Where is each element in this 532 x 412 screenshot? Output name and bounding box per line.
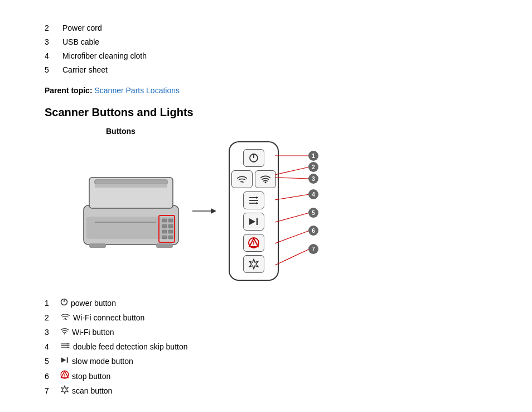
svg-marker-62 bbox=[67, 346, 70, 348]
list-num: 4 bbox=[45, 50, 62, 62]
list-item: 2 Power cord bbox=[45, 22, 487, 34]
power-button-row bbox=[235, 149, 272, 167]
list-num: 2 bbox=[45, 22, 62, 34]
wifi-connect-button bbox=[231, 170, 253, 188]
svg-rect-15 bbox=[168, 236, 173, 239]
svg-text:2: 2 bbox=[312, 164, 315, 170]
list-text: USB cable bbox=[62, 36, 99, 48]
svg-point-34 bbox=[308, 151, 318, 161]
double-feed-button bbox=[243, 191, 264, 209]
stop-icon bbox=[60, 370, 69, 382]
label-text-4: double feed detection skip button bbox=[73, 341, 188, 353]
diagram-area: 1 2 3 4 5 6 bbox=[78, 141, 487, 281]
svg-text:5: 5 bbox=[312, 210, 315, 216]
double-feed-row bbox=[235, 191, 272, 209]
label-item-6: 6 stop button bbox=[45, 370, 487, 382]
svg-marker-26 bbox=[256, 197, 258, 199]
label-num-6: 6 bbox=[45, 371, 60, 382]
label-num-3: 3 bbox=[45, 327, 60, 338]
svg-rect-9 bbox=[168, 219, 173, 222]
svg-point-49 bbox=[308, 226, 318, 236]
intro-list: 2 Power cord 3 USB cable 4 Microfiber cl… bbox=[45, 22, 487, 76]
svg-line-39 bbox=[275, 178, 309, 179]
buttons-label: Buttons bbox=[106, 127, 487, 136]
double-feed-icon bbox=[60, 342, 70, 353]
svg-rect-14 bbox=[162, 236, 167, 239]
scan-button bbox=[243, 255, 264, 273]
svg-line-48 bbox=[275, 231, 309, 243]
list-num: 3 bbox=[45, 36, 62, 48]
svg-point-68 bbox=[64, 376, 65, 377]
parent-topic-link[interactable]: Scanner Parts Locations bbox=[94, 86, 180, 95]
list-text: Power cord bbox=[62, 22, 102, 34]
label-text-6: stop button bbox=[72, 371, 110, 382]
label-num-5: 5 bbox=[45, 356, 60, 367]
scan-button-row bbox=[235, 255, 272, 273]
svg-rect-11 bbox=[168, 224, 173, 228]
list-item: 4 Microfiber cleaning cloth bbox=[45, 50, 487, 62]
svg-rect-12 bbox=[162, 230, 167, 233]
wifi-icon bbox=[60, 327, 69, 338]
svg-rect-8 bbox=[162, 219, 167, 222]
label-text-3: Wi-Fi button bbox=[72, 327, 114, 338]
label-item-5: 5 slow mode button bbox=[45, 356, 487, 367]
label-num-1: 1 bbox=[45, 298, 60, 309]
parent-topic: Parent topic: Scanner Parts Locations bbox=[45, 86, 487, 95]
control-panel-container: 1 2 3 4 5 6 bbox=[223, 141, 279, 281]
parent-topic-label: Parent topic: bbox=[45, 86, 93, 95]
label-item-1: 1 power button bbox=[45, 298, 487, 309]
svg-point-57 bbox=[64, 333, 65, 334]
svg-point-52 bbox=[308, 244, 318, 254]
svg-point-37 bbox=[308, 162, 318, 172]
label-item-4: 4 double feed detection skip button bbox=[45, 341, 487, 353]
svg-rect-6 bbox=[156, 243, 173, 248]
svg-rect-2 bbox=[95, 180, 167, 184]
list-text: Carrier sheet bbox=[62, 64, 108, 76]
svg-point-46 bbox=[308, 208, 318, 218]
section-title: Scanner Buttons and Lights bbox=[45, 106, 487, 119]
scan-icon bbox=[60, 385, 69, 397]
list-item: 5 Carrier sheet bbox=[45, 64, 487, 76]
svg-marker-27 bbox=[256, 202, 258, 204]
wifi-buttons-row bbox=[235, 170, 272, 188]
label-item-7: 7 scan button bbox=[45, 385, 487, 397]
label-item-3: 3 Wi-Fi button bbox=[45, 327, 487, 338]
svg-point-40 bbox=[308, 174, 318, 184]
svg-marker-28 bbox=[249, 218, 255, 225]
svg-text:1: 1 bbox=[312, 153, 315, 159]
svg-marker-63 bbox=[61, 357, 66, 363]
wifi-button bbox=[255, 170, 276, 188]
stop-button bbox=[243, 234, 264, 252]
list-text: Microfiber cleaning cloth bbox=[62, 50, 147, 62]
slow-mode-row bbox=[235, 213, 272, 231]
scanner-illustration bbox=[78, 161, 190, 261]
svg-line-36 bbox=[275, 167, 309, 175]
slow-mode-button bbox=[243, 213, 264, 231]
svg-line-45 bbox=[275, 213, 309, 222]
label-num-7: 7 bbox=[45, 385, 60, 397]
svg-rect-13 bbox=[168, 230, 173, 233]
svg-text:3: 3 bbox=[312, 176, 315, 182]
svg-line-42 bbox=[275, 194, 309, 200]
svg-marker-18 bbox=[211, 208, 216, 214]
svg-rect-3 bbox=[95, 184, 167, 188]
label-text-7: scan button bbox=[72, 385, 112, 397]
list-num: 5 bbox=[45, 64, 62, 76]
power-icon bbox=[60, 298, 68, 309]
label-text-5: slow mode button bbox=[72, 356, 133, 367]
label-text-2: Wi-Fi connect button bbox=[73, 312, 144, 324]
wifi-connect-icon bbox=[60, 313, 70, 324]
list-item: 3 USB cable bbox=[45, 36, 487, 48]
label-item-2: 2 Wi-Fi connect button bbox=[45, 312, 487, 324]
slow-mode-icon bbox=[60, 356, 69, 367]
svg-point-22 bbox=[265, 181, 267, 183]
svg-marker-61 bbox=[67, 343, 70, 344]
stop-button-row bbox=[235, 234, 272, 252]
svg-point-43 bbox=[308, 189, 318, 199]
label-num-4: 4 bbox=[45, 341, 60, 353]
svg-text:4: 4 bbox=[312, 191, 315, 198]
power-button bbox=[243, 149, 264, 167]
svg-text:7: 7 bbox=[312, 246, 315, 252]
label-text-1: power button bbox=[71, 298, 116, 309]
control-panel bbox=[229, 141, 279, 281]
